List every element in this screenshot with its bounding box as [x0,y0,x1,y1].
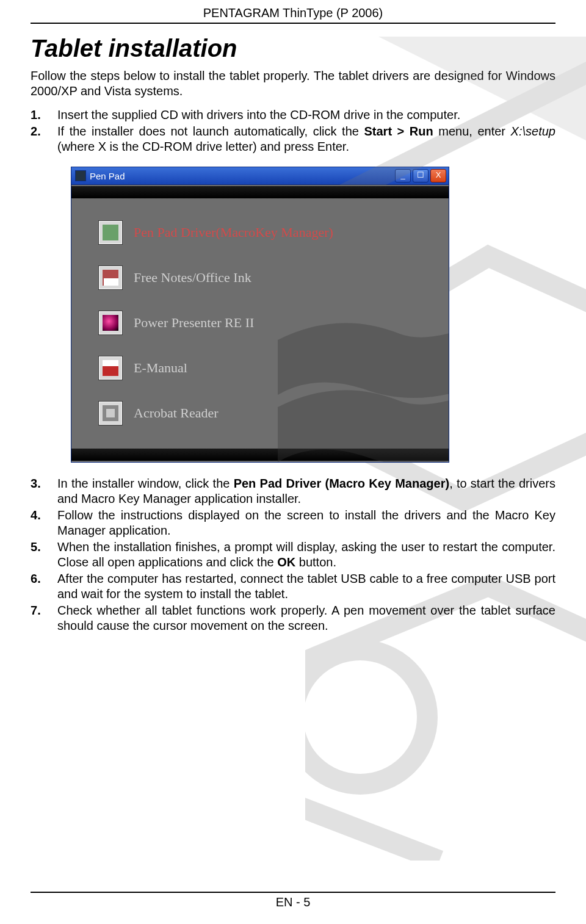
step-text: In the installer window, click the Pen P… [57,477,555,505]
menu-item-emanual[interactable]: E-Manual [98,352,436,384]
step-6: After the computer has restarted, connec… [31,571,555,602]
intro-paragraph: Follow the steps below to install the ta… [31,68,555,99]
step-text: Check whether all tablet functions work … [57,604,555,632]
menu-label: Free Notes/Office Ink [134,270,251,286]
svg-point-0 [305,650,427,784]
close-button[interactable]: X [430,169,446,182]
menu-label: Pen Pad Driver(MacroKey Manager) [134,225,333,240]
step-text: When the installation finishes, a prompt… [57,540,555,569]
acrobat-icon [98,401,123,425]
titlebar: Pen Pad _ ☐ X [71,167,449,185]
step-text: If the installer does not launch automat… [57,125,555,153]
menu-item-freenotes[interactable]: Free Notes/Office Ink [98,262,436,294]
top-band [71,186,449,198]
notes-icon [98,265,123,290]
step-text: Follow the instructions displayed on the… [57,508,555,537]
titlebar-title: Pen Pad [90,171,395,181]
page-number: EN - 5 [31,895,555,909]
rule-top [31,23,555,24]
step-1: Insert the supplied CD with drivers into… [31,107,555,123]
step-text: After the computer has restarted, connec… [57,572,555,601]
footer: EN - 5 [31,892,555,909]
steps-list-bottom: In the installer window, click the Pen P… [31,476,555,633]
menu-item-presenter[interactable]: Power Presenter RE II [98,307,436,339]
menu-label: Power Presenter RE II [134,315,254,331]
step-4: Follow the instructions displayed on the… [31,508,555,538]
bold-ok: OK [277,555,295,569]
pdf-icon [98,356,123,380]
section-title: Tablet installation [31,35,555,62]
menu-label: E-Manual [134,360,187,376]
minimize-button[interactable]: _ [395,169,411,182]
presenter-icon [98,311,123,335]
menu-item-driver[interactable]: Pen Pad Driver(MacroKey Manager) [98,217,436,248]
menu-item-acrobat[interactable]: Acrobat Reader [98,397,436,429]
rule-bottom [31,892,555,893]
installer-body: Pen Pad Driver(MacroKey Manager) Free No… [71,185,449,463]
step-5: When the installation finishes, a prompt… [31,540,555,570]
pen-icon [98,220,123,245]
bold-driver-name: Pen Pad Driver (Macro Key Manager) [234,477,450,490]
titlebar-app-icon [75,170,86,181]
italic-setup-path: X:\setup [511,125,555,138]
page: PENTAGRAM ThinType (P 2006) Tablet insta… [0,0,586,924]
step-2: If the installer does not launch automat… [31,124,555,154]
menu-items: Pen Pad Driver(MacroKey Manager) Free No… [98,217,436,442]
steps-list-top: Insert the supplied CD with drivers into… [31,107,555,154]
menu-label: Acrobat Reader [134,405,219,421]
step-3: In the installer window, click the Pen P… [31,476,555,507]
maximize-button[interactable]: ☐ [413,169,429,182]
step-7: Check whether all tablet functions work … [31,603,555,633]
bold-start-run: Start > Run [364,125,433,138]
doc-header: PENTAGRAM ThinType (P 2006) [31,6,555,20]
step-text: Insert the supplied CD with drivers into… [57,108,460,121]
installer-screenshot: Pen Pad _ ☐ X Pen P [71,167,449,463]
